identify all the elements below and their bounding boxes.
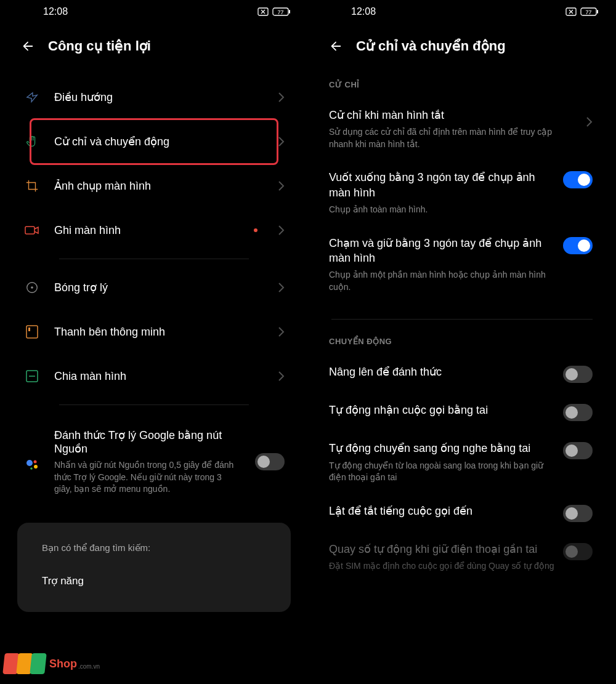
sidebar-icon xyxy=(26,325,38,339)
divider xyxy=(59,259,249,259)
hand-icon xyxy=(25,135,39,148)
svg-rect-4 xyxy=(25,227,34,234)
svg-point-6 xyxy=(31,286,33,289)
back-icon[interactable] xyxy=(21,39,34,53)
svg-point-11 xyxy=(26,460,33,466)
navigate-icon xyxy=(25,91,39,104)
watermark-logo: Shop .com.vn xyxy=(4,653,100,674)
chevron-right-icon xyxy=(585,116,593,127)
toggle-flip-mute[interactable] xyxy=(563,505,593,522)
chevron-right-icon xyxy=(277,92,285,103)
watermark-sub: .com.vn xyxy=(78,663,100,670)
right-screen: 12:08 77 Cử chỉ và chuyển động CỬ CHỈ Cử… xyxy=(308,0,616,684)
search-suggestion-item[interactable]: Trợ năng xyxy=(42,574,266,587)
search-hint: Bạn có thể đang tìm kiếm: xyxy=(42,542,266,553)
chevron-right-icon xyxy=(277,326,285,337)
row-label: Chia màn hình xyxy=(54,370,264,383)
row-label: Ghi màn hình xyxy=(54,224,240,237)
toggle-hold-3[interactable] xyxy=(563,237,593,254)
svg-point-14 xyxy=(30,467,33,470)
row-label: Ảnh chụp màn hình xyxy=(54,179,264,193)
battery-icon: 77 xyxy=(580,7,599,16)
status-icons: 77 xyxy=(565,7,599,16)
chevron-right-icon xyxy=(277,136,285,147)
row-subtitle: Tự động chuyển từ loa ngoài sang loa tro… xyxy=(329,460,554,484)
section-gesture: CỬ CHỈ xyxy=(325,75,599,98)
row-flip-mute[interactable]: Lật để tắt tiếng cuộc gọi đến xyxy=(325,494,599,532)
split-icon xyxy=(26,370,38,382)
header-left: Công cụ tiện lợi xyxy=(0,23,308,75)
row-title: Cử chỉ khi màn hình tắt xyxy=(329,108,577,123)
chevron-right-icon xyxy=(277,371,285,382)
row-label: Cử chỉ và chuyển động xyxy=(54,135,264,148)
row-auto-dial: Quay số tự động khi giữ điện thoại gần t… xyxy=(325,532,599,582)
row-ear-switch[interactable]: Tự động chuyển sang ống nghe bằng tai Tự… xyxy=(325,431,599,493)
row-label: Điều hướng xyxy=(54,91,264,104)
row-label: Bóng trợ lý xyxy=(54,281,264,294)
page-title: Cử chỉ và chuyển động xyxy=(356,38,506,54)
svg-point-13 xyxy=(34,465,38,469)
row-swipe-3-finger[interactable]: Vuốt xuống bằng 3 ngón tay để chụp ảnh m… xyxy=(325,160,599,225)
row-subtitle: Đặt SIM mặc định cho cuộc gọi để dùng Qu… xyxy=(329,560,554,573)
content-right[interactable]: CỬ CHỈ Cử chỉ khi màn hình tắt Sử dụng c… xyxy=(308,75,616,684)
watermark-text: Shop xyxy=(49,658,77,670)
left-screen: 12:08 77 Công cụ tiện lợi Điều hướng Cử … xyxy=(0,0,308,684)
row-subtitle: Chụp ảnh toàn màn hình. xyxy=(329,204,554,216)
toggle-raise[interactable] xyxy=(563,366,593,383)
toggle-swipe-3[interactable] xyxy=(563,171,593,188)
row-title: Nâng lên để đánh thức xyxy=(329,364,554,379)
header-right: Cử chỉ và chuyển động xyxy=(308,23,616,75)
toggle-ear-switch[interactable] xyxy=(563,442,593,459)
row-screenshot[interactable]: Ảnh chụp màn hình xyxy=(17,164,291,208)
row-google-wake[interactable]: Đánh thức Trợ lý Google bằng nút Nguồn N… xyxy=(17,411,291,502)
divider xyxy=(331,319,593,320)
row-hold-3-finger[interactable]: Chạm và giữ bằng 3 ngón tay để chụp ảnh … xyxy=(325,226,599,304)
status-bar: 12:08 77 xyxy=(0,0,308,23)
row-gesture[interactable]: Cử chỉ và chuyển động xyxy=(17,119,291,164)
row-smart-sidebar[interactable]: Thanh bên thông minh xyxy=(17,310,291,354)
row-subtitle: Chụp ảnh một phần màn hình hoặc chụp ảnh… xyxy=(329,269,554,293)
target-icon xyxy=(25,281,39,294)
section-motion: CHUYỂN ĐỘNG xyxy=(325,326,599,355)
battery-icon: 77 xyxy=(272,7,291,16)
row-navigation[interactable]: Điều hướng xyxy=(17,75,291,119)
row-title: Lật để tắt tiếng cuộc gọi đến xyxy=(329,504,554,518)
divider xyxy=(59,404,249,405)
search-suggestion-card[interactable]: Bạn có thể đang tìm kiếm: Trợ năng xyxy=(17,523,291,612)
row-raise-to-wake[interactable]: Nâng lên để đánh thức xyxy=(325,355,599,393)
row-title: Chạm và giữ bằng 3 ngón tay để chụp ảnh … xyxy=(329,236,554,266)
back-icon[interactable] xyxy=(329,39,342,53)
row-title: Đánh thức Trợ lý Google bằng nút Nguồn xyxy=(54,429,241,456)
row-title: Tự động nhận cuộc gọi bằng tai xyxy=(329,403,554,417)
row-label: Thanh bên thông minh xyxy=(54,326,264,339)
row-title: Vuốt xuống bằng 3 ngón tay để chụp ảnh m… xyxy=(329,170,554,200)
svg-text:77: 77 xyxy=(277,9,283,15)
row-subtitle: Nhấn và giữ nút Nguồn trong 0,5 giây để … xyxy=(54,459,241,496)
row-assist-ball[interactable]: Bóng trợ lý xyxy=(17,265,291,310)
chevron-right-icon xyxy=(277,225,285,236)
crop-icon xyxy=(25,179,39,193)
svg-rect-2 xyxy=(289,10,290,14)
status-icons: 77 xyxy=(257,7,291,16)
row-screen-off-gesture[interactable]: Cử chỉ khi màn hình tắt Sử dụng các cử c… xyxy=(325,98,599,160)
content-left[interactable]: Điều hướng Cử chỉ và chuyển động Ảnh chụ… xyxy=(0,75,308,684)
status-bar: 12:08 77 xyxy=(308,0,616,23)
row-ear-auto-answer[interactable]: Tự động nhận cuộc gọi bằng tai xyxy=(325,393,599,431)
row-title: Tự động chuyển sang ống nghe bằng tai xyxy=(329,441,554,456)
svg-rect-8 xyxy=(28,328,30,331)
close-box-icon xyxy=(565,7,577,16)
row-title: Quay số tự động khi giữ điện thoại gần t… xyxy=(329,542,554,557)
toggle-google-wake[interactable] xyxy=(255,453,285,470)
close-box-icon xyxy=(257,7,269,16)
chevron-right-icon xyxy=(277,282,285,293)
svg-text:77: 77 xyxy=(585,9,591,15)
row-split-screen[interactable]: Chia màn hình xyxy=(17,354,291,398)
status-time: 12:08 xyxy=(351,6,376,17)
row-record[interactable]: Ghi màn hình xyxy=(17,208,291,252)
row-subtitle: Sử dụng các cử chỉ đã chỉ định trên màn … xyxy=(329,126,577,150)
toggle-ear-answer[interactable] xyxy=(563,404,593,421)
svg-rect-7 xyxy=(26,326,38,338)
row-gesture-wrap: Cử chỉ và chuyển động xyxy=(17,119,291,164)
page-title: Công cụ tiện lợi xyxy=(48,38,151,54)
chevron-right-icon xyxy=(277,180,285,191)
